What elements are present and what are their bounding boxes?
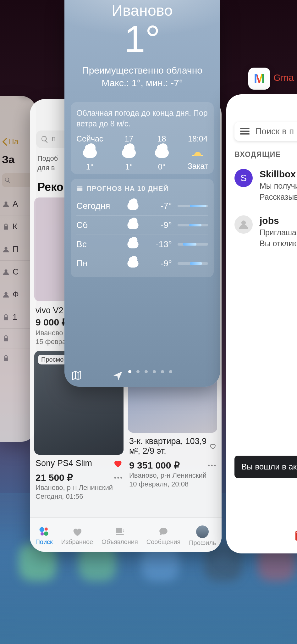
mail-subject: Мы получи (260, 181, 297, 191)
forecast-row[interactable]: Сб-9° (76, 215, 208, 235)
lock-icon (3, 335, 9, 342)
sender-avatar (234, 215, 253, 234)
heart-icon (71, 526, 83, 537)
notes-search-input[interactable] (2, 173, 34, 187)
cloud-icon (155, 148, 169, 158)
cloud-icon (83, 148, 97, 158)
hourly-column: 171° (122, 134, 136, 171)
svg-point-12 (41, 532, 44, 536)
listing-price: 21 500 ₽ (36, 472, 73, 483)
hourly-column: Сейчас1° (76, 134, 103, 171)
svg-point-5 (117, 477, 119, 478)
cloud-icon (127, 259, 138, 268)
hour-value: Закат (188, 162, 208, 171)
svg-point-4 (114, 477, 116, 478)
search-placeholder: П (52, 136, 56, 142)
inbox-section-label: ВХОДЯЩИЕ (234, 150, 297, 159)
day-label: Пн (76, 258, 120, 269)
cloud-icon (127, 202, 138, 210)
hour-label: 18 (157, 134, 166, 143)
hour-label: Сейчас (76, 134, 103, 143)
mail-row[interactable]: jobsПриглашаВы отклик (226, 211, 297, 258)
svg-point-7 (208, 464, 210, 466)
tab-messages[interactable]: Сообщения (146, 526, 181, 546)
chat-icon (157, 526, 169, 537)
more-icon[interactable] (208, 464, 216, 467)
low-temp: -13° (146, 239, 172, 249)
notes-row-label: С (13, 267, 19, 277)
mail-preview: Рассказыв (260, 192, 297, 202)
hour-value: 1° (125, 162, 133, 171)
lock-icon (3, 314, 9, 321)
low-temp: -9° (146, 220, 172, 230)
signin-toast: Вы вошли в акка (234, 456, 297, 478)
tab-profile[interactable]: Профиль (189, 525, 216, 547)
temp-bar (178, 224, 208, 226)
svg-point-3 (4, 292, 7, 295)
calendar-icon (76, 185, 83, 192)
weather-app-card[interactable]: Иваново 1° Преимущественно облачно Макс.… (64, 0, 220, 387)
svg-point-1 (4, 247, 7, 249)
hour-label: 17 (125, 134, 134, 143)
weather-footer (64, 369, 220, 382)
tab-search[interactable]: Поиск (35, 526, 52, 546)
listing-meta: 10 февраля, 20:08 (129, 480, 216, 488)
search-icon (41, 135, 49, 143)
person-icon (3, 201, 9, 208)
temp-bar (178, 243, 208, 246)
svg-point-14 (241, 220, 246, 225)
svg-point-11 (45, 527, 48, 530)
mail-preview: Вы отклик (260, 239, 296, 248)
tab-ads[interactable]: Объявления (102, 526, 138, 546)
ten-day-panel: ПРОГНОЗ НА 10 ДНЕЙ Сегодня-7°Сб-9°Вс-13°… (71, 179, 214, 277)
forecast-row[interactable]: Вс-13° (76, 235, 208, 254)
person-icon (3, 291, 9, 298)
sender-avatar: S (234, 169, 253, 187)
svg-point-2 (4, 269, 7, 272)
person-icon (3, 246, 9, 253)
svg-point-9 (214, 464, 216, 466)
favorite-icon[interactable] (113, 459, 122, 468)
tab-favorites[interactable]: Избранное (61, 526, 93, 546)
avito-tabbar: Поиск Избранное Объявления Сообщения Про… (30, 517, 222, 552)
notes-row-label: К (13, 222, 17, 231)
forecast-row[interactable]: Сегодня-7° (76, 197, 208, 215)
mail-sender: jobs (260, 215, 296, 226)
gmail-bottom-tab[interactable] (226, 531, 297, 541)
avatar (196, 525, 209, 538)
more-icon[interactable] (114, 477, 122, 479)
cloud-icon (127, 221, 138, 229)
hamburger-icon[interactable] (240, 128, 250, 135)
listing-title: Sony PS4 Slim (36, 458, 92, 468)
favorite-icon[interactable] (209, 441, 216, 451)
listing-price: 9 351 000 ₽ (129, 460, 180, 471)
listing-meta: Сегодня, 01:56 (36, 492, 122, 501)
map-icon[interactable] (71, 370, 82, 381)
svg-point-10 (40, 527, 44, 532)
lock-icon (3, 223, 9, 230)
lock-icon (3, 355, 9, 362)
viewed-badge: Просмо (38, 355, 67, 364)
gmail-app-label: Gma (273, 72, 294, 83)
search-tab-icon (38, 526, 50, 537)
day-label: Сб (76, 220, 120, 230)
notes-row-label: Ф (13, 290, 19, 299)
hour-value: 1° (86, 162, 94, 171)
svg-point-6 (120, 477, 122, 478)
person-icon (3, 269, 9, 275)
listing-meta: Иваново, р-н Ленинский (36, 484, 122, 492)
hourly-column: 18:04Закат (188, 134, 208, 171)
gmail-app-card[interactable]: Поиск в п ВХОДЯЩИЕ SSkillboxМы получиРас… (226, 94, 297, 553)
svg-point-8 (211, 464, 212, 466)
forecast-row[interactable]: Пн-9° (76, 254, 208, 273)
low-temp: -9° (146, 258, 172, 269)
cloud-icon (122, 148, 136, 158)
sunset-icon (191, 148, 204, 157)
page-indicator[interactable] (113, 370, 172, 381)
notes-row-label: 1 (13, 312, 17, 322)
ads-icon (114, 526, 126, 537)
mail-row[interactable]: SSkillboxМы получиРассказыв (226, 164, 297, 211)
gmail-app-icon[interactable]: M (248, 68, 270, 90)
search-icon (4, 177, 11, 183)
gmail-search-bar[interactable]: Поиск в п (234, 122, 297, 141)
